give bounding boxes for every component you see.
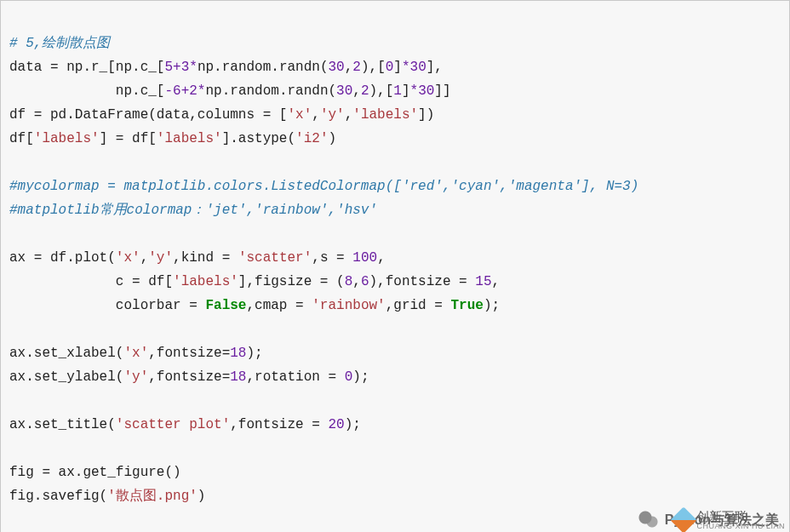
comment-line-8: #matplotlib常用colormap：'jet','rainbow','h… xyxy=(9,203,377,218)
comment-line-1: # 5,绘制散点图 xyxy=(9,36,110,51)
comment-line-7: #mycolormap = matplotlib.colors.ListedCo… xyxy=(9,179,638,194)
code-cell: # 5,绘制散点图 data = np.r_[np.c_[5+3*np.rand… xyxy=(0,0,790,532)
wechat-icon xyxy=(638,511,660,529)
code-line-5: df['labels'] = df['labels'].astype('i2') xyxy=(9,131,336,146)
code-line-11: c = df['labels'],figsize = (8,6),fontsiz… xyxy=(9,274,500,289)
code-line-17: ax.set_title('scatter plot',fontsize = 2… xyxy=(9,417,361,432)
code-line-14: ax.set_xlabel('x',fontsize=18); xyxy=(9,346,263,361)
code-line-15: ax.set_ylabel('y',fontsize=18,rotation =… xyxy=(9,369,369,385)
code-line-2: data = np.r_[np.c_[5+3*np.random.randn(3… xyxy=(9,60,443,75)
wechat-watermark: Python与算法之美 xyxy=(638,508,779,532)
code-line-10: ax = df.plot('x','y',kind = 'scatter',s … xyxy=(9,250,386,266)
code-line-3: np.c_[-6+2*np.random.randn(30,2),[1]*30]… xyxy=(9,83,451,99)
code-line-4: df = pd.DataFrame(data,columns = ['x','y… xyxy=(9,107,434,123)
code-line-19: fig = ax.get_figure() xyxy=(9,465,181,480)
code-line-12: colorbar = False,cmap = 'rainbow',grid =… xyxy=(9,298,500,313)
watermark-text: Python与算法之美 xyxy=(665,508,779,532)
code-line-20: fig.savefig('散点图.png') xyxy=(9,489,205,504)
